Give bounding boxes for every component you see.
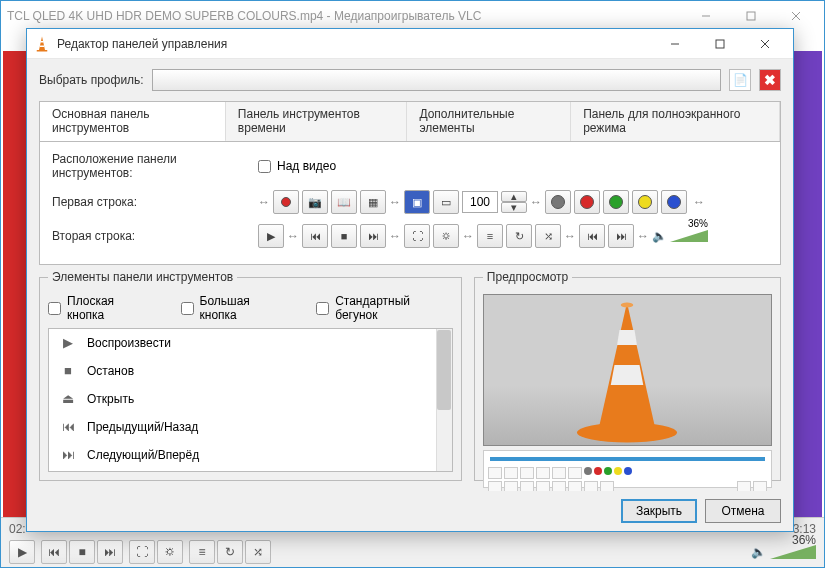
elements-list[interactable]: ▶Воспроизвести ■Останов ⏏Открыть ⏮Предыд…	[48, 328, 453, 472]
settings-button[interactable]: ⛭	[157, 540, 183, 564]
list-item: ▶Воспроизвести	[49, 329, 452, 357]
main-maximize-button[interactable]	[728, 2, 773, 30]
exteq-icon[interactable]: ⛭	[433, 224, 459, 248]
green-dot[interactable]	[603, 190, 629, 214]
expand-spacer-icon[interactable]: ↔	[389, 195, 401, 209]
play-icon[interactable]: ▶	[258, 224, 284, 248]
svg-rect-1	[747, 12, 755, 20]
spacer-icon[interactable]: ↔	[389, 229, 401, 243]
main-close-button[interactable]	[773, 2, 818, 30]
zoom-value[interactable]	[462, 191, 498, 213]
dialog-minimize-button[interactable]	[652, 30, 697, 58]
fullscreen-button[interactable]: ⛶	[129, 540, 155, 564]
crop-icon[interactable]: ▣	[404, 190, 430, 214]
tab-time-toolbar[interactable]: Панель инструментов времени	[226, 102, 408, 141]
profile-label: Выбрать профиль:	[39, 73, 144, 87]
volume-percent: 36%	[688, 218, 708, 229]
spacer-icon[interactable]: ↔	[564, 229, 576, 243]
stop-button[interactable]: ■	[69, 540, 95, 564]
dialog-maximize-button[interactable]	[697, 30, 742, 58]
spacer-icon[interactable]: ↔	[287, 229, 299, 243]
flat-button-checkbox[interactable]: Плоская кнопка	[48, 294, 153, 322]
fullscreen-icon[interactable]: ⛶	[404, 224, 430, 248]
expand-spacer-icon[interactable]: ↔	[258, 195, 270, 209]
list-item: ■Останов	[49, 357, 452, 385]
line2-label: Вторая строка:	[52, 229, 248, 243]
stop-icon[interactable]: ■	[331, 224, 357, 248]
main-window-title: TCL QLED 4K UHD HDR DEMO SUPERB COLOURS.…	[7, 9, 683, 23]
above-video-checkbox[interactable]: Над видео	[258, 159, 336, 173]
tab-main-toolbar[interactable]: Основная панель инструментов	[40, 102, 226, 142]
preview-controls	[483, 450, 772, 488]
expand-spacer-icon[interactable]: ↔	[693, 195, 705, 209]
profile-select[interactable]	[152, 69, 721, 91]
loop-icon[interactable]: ↻	[506, 224, 532, 248]
tab-fullscreen[interactable]: Панель для полноэкранного режима	[571, 102, 780, 141]
line1-toolbar[interactable]: ↔ 📷 📖 ▦ ↔ ▣ ▭ ▴ ▾ ↔	[258, 190, 705, 214]
next-button[interactable]: ⏭	[97, 540, 123, 564]
snapshot-icon[interactable]: 📷	[302, 190, 328, 214]
time-elapsed: 02:	[9, 522, 26, 536]
elements-group-title: Элементы панели инструментов	[48, 270, 237, 284]
play-button[interactable]: ▶	[9, 540, 35, 564]
spacer-icon[interactable]: ↔	[637, 229, 649, 243]
skip-back-icon[interactable]: ⏮	[579, 224, 605, 248]
svg-rect-8	[716, 40, 724, 48]
mute-icon[interactable]: 🔈	[751, 545, 766, 559]
gray-dot[interactable]	[545, 190, 571, 214]
yellow-dot[interactable]	[632, 190, 658, 214]
new-profile-button[interactable]: 📄	[729, 69, 751, 91]
close-button[interactable]: Закрыть	[621, 499, 697, 523]
preview-group-title: Предпросмотр	[483, 270, 572, 284]
volume-percent: 36%	[792, 533, 816, 547]
svg-point-11	[577, 423, 677, 443]
tab-advanced[interactable]: Дополнительные элементы	[407, 102, 571, 141]
record-icon[interactable]	[273, 190, 299, 214]
main-minimize-button[interactable]	[683, 2, 728, 30]
line2-toolbar[interactable]: ▶ ↔ ⏮ ■ ⏭ ↔ ⛶ ⛭ ↔ ≡ ↻ ⤮ ↔ ⏮ ⏭ ↔ 🔈	[258, 224, 708, 248]
prev-icon[interactable]: ⏮	[302, 224, 328, 248]
spacer-icon[interactable]: ↔	[462, 229, 474, 243]
cancel-button[interactable]: Отмена	[705, 499, 781, 523]
atob-icon[interactable]: 📖	[331, 190, 357, 214]
prev-button[interactable]: ⏮	[41, 540, 67, 564]
expand-spacer-icon[interactable]: ↔	[530, 195, 542, 209]
shuffle-icon[interactable]: ⤮	[535, 224, 561, 248]
blue-dot[interactable]	[661, 190, 687, 214]
vlc-cone-icon	[33, 35, 51, 53]
stop-icon: ■	[59, 363, 77, 378]
play-icon: ▶	[59, 335, 77, 350]
zoom-down[interactable]: ▾	[501, 202, 527, 213]
preview-area	[483, 294, 772, 446]
frame-icon[interactable]: ▦	[360, 190, 386, 214]
list-item: ◀◀Медленнее	[49, 469, 452, 472]
next-icon[interactable]: ⏭	[360, 224, 386, 248]
mute-icon[interactable]: 🔈	[652, 229, 667, 243]
list-item: ⏏Открыть	[49, 385, 452, 413]
volume-slider[interactable]	[770, 545, 816, 559]
dialog-close-button[interactable]	[742, 30, 787, 58]
svg-point-12	[621, 303, 634, 308]
skip-fwd-icon[interactable]: ⏭	[608, 224, 634, 248]
svg-rect-6	[37, 50, 48, 52]
delete-profile-button[interactable]: ✖	[759, 69, 781, 91]
toolbar-editor-dialog: Редактор панелей управления Выбрать проф…	[26, 28, 794, 532]
svg-rect-4	[41, 41, 44, 43]
loop-button[interactable]: ↻	[217, 540, 243, 564]
list-scrollbar[interactable]	[436, 329, 452, 471]
red-dot[interactable]	[574, 190, 600, 214]
shuffle-button[interactable]: ⤮	[245, 540, 271, 564]
tab-bar: Основная панель инструментов Панель инст…	[39, 101, 781, 141]
eject-icon: ⏏	[59, 391, 77, 406]
aspect-icon[interactable]: ▭	[433, 190, 459, 214]
dialog-title: Редактор панелей управления	[57, 37, 652, 51]
svg-rect-5	[40, 45, 45, 47]
volume-slider[interactable]	[670, 230, 708, 242]
playlist-button[interactable]: ≡	[189, 540, 215, 564]
playlist-icon[interactable]: ≡	[477, 224, 503, 248]
prev-icon: ⏮	[59, 419, 77, 434]
toolbar-location-label: Расположение панели инструментов:	[52, 152, 248, 180]
list-item: ⏭Следующий/Вперёд	[49, 441, 452, 469]
standard-slider-checkbox[interactable]: Стандартный бегунок	[316, 294, 453, 322]
big-button-checkbox[interactable]: Большая кнопка	[181, 294, 289, 322]
